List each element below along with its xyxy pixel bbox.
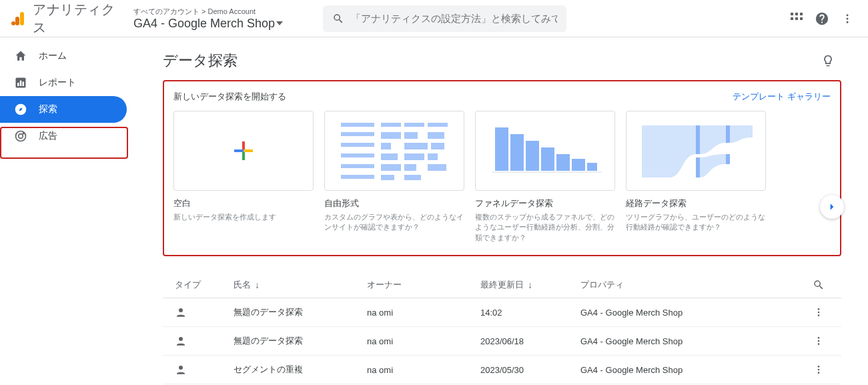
svg-point-62 (818, 315, 820, 317)
sidebar: ホーム レポート 探索 広告 (0, 37, 127, 385)
svg-point-69 (818, 369, 820, 371)
table-header: タイプ 氏名 ↓ オーナー 最終更新日 ↓ プロパティ (163, 272, 841, 298)
template-gallery-link[interactable]: テンプレート ギャラリー (733, 91, 831, 103)
nav-explore-label: 探索 (39, 103, 57, 115)
svg-rect-14 (20, 81, 22, 86)
lightbulb-icon[interactable] (821, 54, 835, 67)
svg-rect-50 (541, 147, 554, 171)
caret-down-icon (276, 21, 283, 25)
svg-rect-27 (428, 123, 448, 127)
page-title: データ探索 (163, 51, 238, 71)
template-card-blank[interactable]: 空白 新しいデータ探索を作成します (173, 111, 314, 243)
svg-rect-52 (572, 159, 585, 171)
svg-point-10 (847, 17, 849, 19)
svg-rect-32 (341, 143, 374, 147)
sort-down-icon: ↓ (528, 280, 532, 290)
th-name[interactable]: 氏名 ↓ (234, 279, 367, 291)
row-updated: 14:02 (480, 308, 580, 318)
nav-explore[interactable]: 探索 (0, 96, 127, 123)
reports-icon (13, 75, 28, 90)
more-vert-icon (813, 364, 824, 375)
svg-point-2 (11, 21, 15, 25)
svg-point-67 (179, 366, 183, 370)
svg-rect-45 (381, 175, 394, 180)
row-more-button[interactable] (808, 364, 829, 375)
table-row[interactable]: 無題のデータ探索na omi14:02GA4 - Google Merch Sh… (163, 298, 841, 327)
more-vert-icon (813, 307, 824, 318)
card-desc: 新しいデータ探索を作成します (173, 212, 314, 222)
svg-rect-35 (431, 143, 444, 149)
property-selector[interactable]: GA4 - Google Merch Shop (133, 17, 283, 31)
svg-rect-41 (381, 164, 401, 171)
table-search-button[interactable] (808, 279, 829, 291)
header-actions (791, 11, 860, 26)
svg-point-70 (818, 372, 820, 374)
row-type-icon (175, 364, 234, 376)
row-type-icon (175, 335, 234, 347)
row-name: 無題のデータ探索 (234, 306, 367, 318)
svg-rect-28 (341, 132, 374, 136)
more-vert-icon[interactable] (841, 13, 853, 25)
svg-point-63 (179, 337, 183, 341)
svg-rect-47 (495, 127, 508, 171)
template-card-funnel[interactable]: ファネルデータ探索 複数のステップから成るファネルで、どのようなユーザー行動経路… (475, 111, 615, 243)
svg-point-18 (19, 134, 23, 139)
nav-home-label: ホーム (39, 50, 67, 62)
template-card-path[interactable]: 経路データ探索 ツリーグラフから、ユーザーのどのような行動経路が確認できますか？ (626, 111, 766, 243)
row-owner: na omi (367, 308, 480, 318)
breadcrumb-line: すべてのアカウント > Demo Account (133, 7, 283, 17)
apps-icon[interactable] (791, 13, 803, 25)
svg-point-9 (847, 14, 849, 16)
svg-point-61 (818, 312, 820, 314)
svg-rect-26 (404, 123, 424, 127)
search-input[interactable] (351, 13, 556, 24)
svg-rect-8 (800, 17, 803, 20)
row-property: GA4 - Google Merch Shop (580, 336, 808, 346)
search-icon (332, 13, 344, 25)
svg-rect-34 (404, 143, 428, 149)
svg-rect-1 (15, 17, 19, 25)
svg-point-60 (818, 308, 820, 310)
row-owner: na omi (367, 365, 480, 375)
freeform-thumb-icon (334, 117, 454, 184)
svg-rect-24 (341, 123, 374, 127)
svg-rect-46 (404, 175, 421, 180)
search-bar[interactable] (323, 5, 566, 32)
analytics-logo-icon (8, 8, 29, 29)
svg-point-59 (179, 308, 183, 312)
th-updated[interactable]: 最終更新日 ↓ (480, 279, 580, 291)
explore-icon (13, 102, 28, 117)
nav-reports[interactable]: レポート (0, 69, 127, 96)
row-updated: 2023/05/30 (480, 365, 580, 375)
path-thumb-icon (632, 117, 759, 184)
svg-point-11 (847, 21, 849, 23)
nav-home[interactable]: ホーム (0, 43, 127, 69)
funnel-thumb-icon (485, 117, 605, 184)
property-name: GA4 - Google Merch Shop (133, 17, 275, 31)
explorations-table: タイプ 氏名 ↓ オーナー 最終更新日 ↓ プロパティ 無題のデータ探索na o… (163, 272, 841, 385)
card-desc: カスタムのグラフや表から、どのようなインサイトが確認できますか？ (324, 212, 464, 233)
row-more-button[interactable] (808, 336, 829, 346)
svg-rect-51 (556, 154, 570, 171)
template-card-freeform[interactable]: 自由形式 カスタムのグラフや表から、どのようなインサイトが確認できますか？ (324, 111, 464, 243)
table-row[interactable]: 無題のデータ探索na omi2023/06/18GA4 - Google Mer… (163, 327, 841, 356)
svg-point-65 (818, 340, 820, 342)
card-title: 自由形式 (324, 198, 464, 210)
app-header: アナリティクス すべてのアカウント > Demo Account GA4 - G… (0, 0, 868, 37)
nav-reports-label: レポート (39, 77, 76, 89)
product-name: アナリティクス (33, 1, 127, 37)
breadcrumb[interactable]: すべてのアカウント > Demo Account GA4 - Google Me… (133, 7, 283, 31)
table-row[interactable]: セグメントの重複na omi2023/05/30GA4 - Google Mer… (163, 356, 841, 384)
help-icon[interactable] (815, 11, 829, 26)
svg-rect-0 (20, 12, 24, 25)
svg-rect-4 (795, 13, 798, 15)
row-type-icon (175, 306, 234, 318)
row-more-button[interactable] (808, 307, 829, 318)
card-title: 空白 (173, 198, 314, 210)
th-owner: オーナー (367, 279, 480, 291)
next-templates-button[interactable] (820, 195, 844, 219)
svg-rect-6 (791, 17, 793, 20)
breadcrumb-sep: > (201, 7, 207, 15)
svg-rect-21 (242, 151, 245, 160)
nav-ads[interactable]: 広告 (0, 123, 127, 149)
